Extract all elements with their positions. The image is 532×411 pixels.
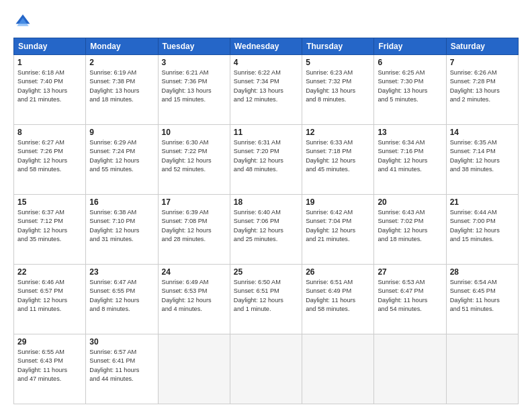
day-header-wednesday: Wednesday <box>230 38 302 55</box>
calendar-day: 22Sunrise: 6:46 AM Sunset: 6:57 PM Dayli… <box>14 265 86 334</box>
logo-icon <box>13 12 32 31</box>
calendar-day: 21Sunrise: 6:44 AM Sunset: 7:00 PM Dayli… <box>446 195 518 265</box>
calendar-day: 18Sunrise: 6:40 AM Sunset: 7:06 PM Dayli… <box>230 195 302 265</box>
calendar-day: 8Sunrise: 6:27 AM Sunset: 7:26 PM Daylig… <box>14 125 86 195</box>
header <box>13 12 519 31</box>
day-number: 10 <box>162 128 226 137</box>
day-info: Sunrise: 6:37 AM Sunset: 7:12 PM Dayligh… <box>17 208 82 244</box>
day-number: 8 <box>17 128 82 137</box>
logo <box>13 12 35 31</box>
calendar-header-row: SundayMondayTuesdayWednesdayThursdayFrid… <box>14 38 519 55</box>
day-number: 16 <box>89 197 154 207</box>
calendar-table: SundayMondayTuesdayWednesdayThursdayFrid… <box>13 38 519 404</box>
calendar-day: 4Sunrise: 6:22 AM Sunset: 7:34 PM Daylig… <box>230 55 302 125</box>
calendar-day: 24Sunrise: 6:49 AM Sunset: 6:53 PM Dayli… <box>158 265 230 334</box>
calendar-day: 11Sunrise: 6:31 AM Sunset: 7:20 PM Dayli… <box>230 125 302 195</box>
day-number: 14 <box>450 128 515 137</box>
calendar-week-2: 8Sunrise: 6:27 AM Sunset: 7:26 PM Daylig… <box>14 125 519 195</box>
calendar-day: 6Sunrise: 6:25 AM Sunset: 7:30 PM Daylig… <box>374 55 446 125</box>
day-number: 19 <box>306 197 370 207</box>
calendar-day: 1Sunrise: 6:18 AM Sunset: 7:40 PM Daylig… <box>14 55 86 125</box>
day-info: Sunrise: 6:49 AM Sunset: 6:53 PM Dayligh… <box>162 278 226 314</box>
day-number: 30 <box>89 337 154 347</box>
day-info: Sunrise: 6:22 AM Sunset: 7:34 PM Dayligh… <box>234 68 298 104</box>
day-info: Sunrise: 6:35 AM Sunset: 7:14 PM Dayligh… <box>450 138 515 174</box>
day-info: Sunrise: 6:21 AM Sunset: 7:36 PM Dayligh… <box>162 68 226 104</box>
calendar-day: 19Sunrise: 6:42 AM Sunset: 7:04 PM Dayli… <box>302 195 374 265</box>
calendar-day: 16Sunrise: 6:38 AM Sunset: 7:10 PM Dayli… <box>86 195 158 265</box>
day-info: Sunrise: 6:40 AM Sunset: 7:06 PM Dayligh… <box>234 208 298 244</box>
day-info: Sunrise: 6:57 AM Sunset: 6:41 PM Dayligh… <box>89 348 154 383</box>
calendar-day: 27Sunrise: 6:53 AM Sunset: 6:47 PM Dayli… <box>374 265 446 334</box>
day-info: Sunrise: 6:18 AM Sunset: 7:40 PM Dayligh… <box>17 68 82 104</box>
day-info: Sunrise: 6:54 AM Sunset: 6:45 PM Dayligh… <box>450 278 515 314</box>
day-number: 3 <box>162 58 226 67</box>
calendar-day <box>446 334 518 404</box>
day-number: 6 <box>378 58 442 67</box>
calendar-day: 30Sunrise: 6:57 AM Sunset: 6:41 PM Dayli… <box>86 334 158 404</box>
day-info: Sunrise: 6:51 AM Sunset: 6:49 PM Dayligh… <box>306 278 370 314</box>
day-number: 12 <box>306 128 370 137</box>
calendar-week-1: 1Sunrise: 6:18 AM Sunset: 7:40 PM Daylig… <box>14 55 519 125</box>
day-info: Sunrise: 6:38 AM Sunset: 7:10 PM Dayligh… <box>89 208 154 244</box>
calendar-week-3: 15Sunrise: 6:37 AM Sunset: 7:12 PM Dayli… <box>14 195 519 265</box>
day-number: 17 <box>162 197 226 207</box>
calendar-day: 25Sunrise: 6:50 AM Sunset: 6:51 PM Dayli… <box>230 265 302 334</box>
calendar-day: 29Sunrise: 6:55 AM Sunset: 6:43 PM Dayli… <box>14 334 86 404</box>
page: SundayMondayTuesdayWednesdayThursdayFrid… <box>0 0 532 411</box>
day-number: 23 <box>89 267 154 277</box>
day-info: Sunrise: 6:50 AM Sunset: 6:51 PM Dayligh… <box>234 278 298 314</box>
day-info: Sunrise: 6:19 AM Sunset: 7:38 PM Dayligh… <box>89 68 154 104</box>
calendar-day <box>158 334 230 404</box>
day-number: 20 <box>378 197 442 207</box>
day-header-sunday: Sunday <box>14 38 86 55</box>
calendar-day <box>302 334 374 404</box>
calendar-day: 17Sunrise: 6:39 AM Sunset: 7:08 PM Dayli… <box>158 195 230 265</box>
day-number: 25 <box>234 267 298 277</box>
calendar-day: 12Sunrise: 6:33 AM Sunset: 7:18 PM Dayli… <box>302 125 374 195</box>
day-info: Sunrise: 6:30 AM Sunset: 7:22 PM Dayligh… <box>162 138 226 174</box>
day-info: Sunrise: 6:27 AM Sunset: 7:26 PM Dayligh… <box>17 138 82 174</box>
calendar-day: 5Sunrise: 6:23 AM Sunset: 7:32 PM Daylig… <box>302 55 374 125</box>
calendar-day: 28Sunrise: 6:54 AM Sunset: 6:45 PM Dayli… <box>446 265 518 334</box>
day-number: 24 <box>162 267 226 277</box>
day-info: Sunrise: 6:34 AM Sunset: 7:16 PM Dayligh… <box>378 138 442 174</box>
day-info: Sunrise: 6:44 AM Sunset: 7:00 PM Dayligh… <box>450 208 515 244</box>
day-header-tuesday: Tuesday <box>158 38 230 55</box>
day-number: 15 <box>17 197 82 207</box>
calendar-day: 7Sunrise: 6:26 AM Sunset: 7:28 PM Daylig… <box>446 55 518 125</box>
day-info: Sunrise: 6:43 AM Sunset: 7:02 PM Dayligh… <box>378 208 442 244</box>
day-header-friday: Friday <box>374 38 446 55</box>
day-number: 5 <box>306 58 370 67</box>
day-info: Sunrise: 6:46 AM Sunset: 6:57 PM Dayligh… <box>17 278 82 314</box>
day-info: Sunrise: 6:55 AM Sunset: 6:43 PM Dayligh… <box>17 348 82 383</box>
calendar-day: 20Sunrise: 6:43 AM Sunset: 7:02 PM Dayli… <box>374 195 446 265</box>
calendar-day: 3Sunrise: 6:21 AM Sunset: 7:36 PM Daylig… <box>158 55 230 125</box>
day-number: 4 <box>234 58 298 67</box>
day-info: Sunrise: 6:42 AM Sunset: 7:04 PM Dayligh… <box>306 208 370 244</box>
day-info: Sunrise: 6:33 AM Sunset: 7:18 PM Dayligh… <box>306 138 370 174</box>
calendar-day: 26Sunrise: 6:51 AM Sunset: 6:49 PM Dayli… <box>302 265 374 334</box>
day-number: 26 <box>306 267 370 277</box>
calendar-day <box>374 334 446 404</box>
day-number: 13 <box>378 128 442 137</box>
calendar-day <box>230 334 302 404</box>
day-number: 21 <box>450 197 515 207</box>
day-info: Sunrise: 6:31 AM Sunset: 7:20 PM Dayligh… <box>234 138 298 174</box>
calendar-day: 9Sunrise: 6:29 AM Sunset: 7:24 PM Daylig… <box>86 125 158 195</box>
calendar-day: 14Sunrise: 6:35 AM Sunset: 7:14 PM Dayli… <box>446 125 518 195</box>
day-number: 1 <box>17 58 82 67</box>
day-info: Sunrise: 6:47 AM Sunset: 6:55 PM Dayligh… <box>89 278 154 314</box>
day-info: Sunrise: 6:29 AM Sunset: 7:24 PM Dayligh… <box>89 138 154 174</box>
day-number: 7 <box>450 58 515 67</box>
day-info: Sunrise: 6:39 AM Sunset: 7:08 PM Dayligh… <box>162 208 226 244</box>
day-number: 2 <box>89 58 154 67</box>
day-number: 9 <box>89 128 154 137</box>
calendar-day: 10Sunrise: 6:30 AM Sunset: 7:22 PM Dayli… <box>158 125 230 195</box>
day-number: 29 <box>17 337 82 347</box>
day-info: Sunrise: 6:53 AM Sunset: 6:47 PM Dayligh… <box>378 278 442 314</box>
day-info: Sunrise: 6:26 AM Sunset: 7:28 PM Dayligh… <box>450 68 515 104</box>
calendar-week-5: 29Sunrise: 6:55 AM Sunset: 6:43 PM Dayli… <box>14 334 519 404</box>
day-header-saturday: Saturday <box>446 38 518 55</box>
calendar-day: 23Sunrise: 6:47 AM Sunset: 6:55 PM Dayli… <box>86 265 158 334</box>
